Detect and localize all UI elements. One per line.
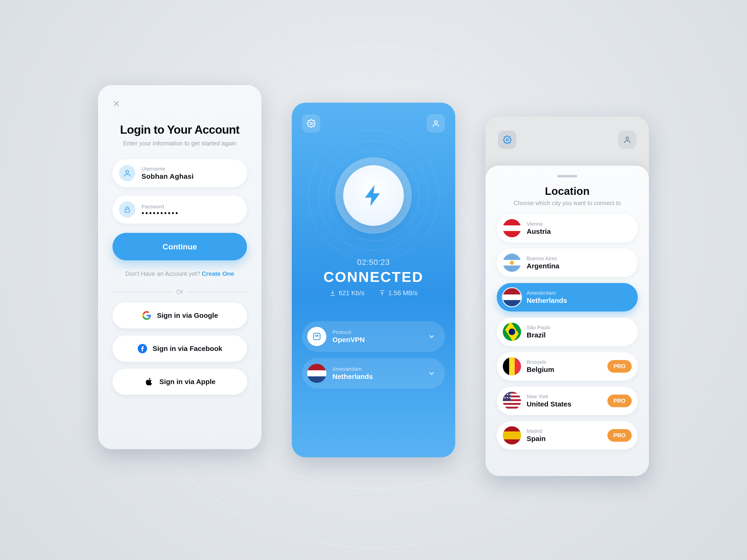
location-country: United States (526, 400, 608, 408)
chevron-down-icon (428, 369, 436, 377)
location-city: Amesterdam (526, 290, 632, 296)
or-divider: Or (112, 288, 247, 295)
location-item-netherlands[interactable]: AmesterdamNetherlands (497, 283, 638, 312)
continue-label: Continue (162, 242, 197, 251)
signin-apple-label: Sign in via Apple (159, 378, 216, 386)
location-city: Amesterdam (332, 366, 428, 372)
protocol-label: Protocol (332, 329, 428, 335)
brazil-flag-icon (503, 323, 521, 341)
signin-google-button[interactable]: Sign in via Google (112, 302, 247, 328)
upload-value: 1.56 MB/s (388, 289, 418, 297)
location-city: São Paulo (526, 325, 632, 331)
location-country: Argentina (526, 262, 632, 270)
protocol-value: OpenVPN (332, 336, 428, 344)
download-icon (329, 290, 336, 296)
protocol-icon (307, 327, 326, 346)
settings-icon[interactable] (498, 131, 516, 149)
location-city: Vienna (526, 221, 632, 227)
login-subtitle: Enter your information to get started ag… (112, 140, 247, 147)
netherlands-flag-icon (307, 364, 326, 383)
location-city: New York (526, 394, 608, 400)
belgium-flag-icon (503, 357, 521, 375)
password-field[interactable]: Password ●●●●●●●●●● (112, 195, 247, 223)
location-country: Netherlands (332, 373, 428, 380)
username-value: Sobhan Aghasi (141, 172, 194, 180)
pro-badge: PRO (608, 395, 632, 407)
pro-badge: PRO (608, 429, 632, 442)
location-item-usa[interactable]: New YorkUnited StatesPRO (497, 386, 638, 415)
location-item-brazil[interactable]: São PauloBrazil (497, 318, 638, 346)
or-label: Or (177, 288, 183, 295)
location-country: Spain (526, 435, 608, 443)
location-list: ViennaAustriaBuenos AiresArgentinaAmeste… (497, 214, 638, 450)
location-country: Belgium (526, 366, 608, 374)
location-city: Buenos Aires (526, 256, 632, 262)
password-value: ●●●●●●●●●● (141, 210, 179, 216)
location-selector[interactable]: Amesterdam Netherlands (302, 358, 445, 389)
austria-flag-icon (503, 219, 521, 237)
signin-apple-button[interactable]: Sign in via Apple (112, 369, 247, 395)
svg-point-0 (126, 170, 129, 173)
settings-icon[interactable] (302, 114, 320, 133)
upload-speed: 1.56 MB/s (379, 289, 418, 297)
continue-button[interactable]: Continue (112, 233, 247, 260)
location-country: Netherlands (526, 297, 632, 304)
location-item-austria[interactable]: ViennaAustria (497, 214, 638, 242)
username-label: Username (141, 166, 194, 172)
location-item-belgium[interactable]: BrusselsBelgiumPRO (497, 352, 638, 380)
signup-prefix: Don't Have an Account yet? (125, 270, 202, 277)
svg-rect-1 (125, 209, 130, 212)
location-item-argentina[interactable]: Buenos AiresArgentina (497, 248, 638, 277)
protocol-selector[interactable]: Protocol OpenVPN (302, 321, 445, 352)
location-title: Location (497, 185, 638, 197)
close-icon[interactable] (112, 100, 122, 109)
password-label: Password (141, 204, 179, 210)
download-speed: 621 Kb/s (329, 289, 365, 297)
signin-facebook-label: Sign in via Facebook (153, 345, 222, 352)
person-icon (119, 165, 135, 181)
chevron-down-icon (428, 332, 436, 341)
argentina-flag-icon (503, 254, 521, 272)
pro-badge: PRO (608, 360, 632, 373)
location-country: Austria (526, 228, 632, 235)
location-city: Brussels (526, 359, 608, 365)
signup-line: Don't Have an Account yet? Create One (112, 270, 247, 277)
svg-point-6 (506, 139, 509, 141)
speed-row: 621 Kb/s 1.56 MB/s (302, 289, 445, 297)
google-icon (141, 310, 152, 321)
lock-icon (119, 202, 135, 218)
location-screen: Location Choose which city you want to c… (486, 117, 649, 476)
location-country: Brazil (526, 331, 632, 339)
location-sheet: Location Choose which city you want to c… (486, 166, 649, 476)
svg-point-4 (434, 121, 437, 124)
signin-facebook-button[interactable]: Sign in via Facebook (112, 336, 247, 362)
login-title: Login to Your Account (112, 123, 247, 136)
usa-flag-icon (503, 392, 521, 410)
create-one-link[interactable]: Create One (202, 270, 234, 277)
location-city: Madrid (526, 428, 608, 434)
apple-icon (144, 377, 154, 387)
download-value: 621 Kb/s (339, 289, 365, 297)
upload-icon (379, 290, 385, 296)
connection-dial[interactable] (302, 135, 445, 256)
connected-screen: 02:50:23 CONNECTED 621 Kb/s 1.56 MB/s Pr… (292, 103, 455, 457)
facebook-icon (137, 344, 148, 354)
sheet-grabber[interactable] (557, 175, 577, 177)
profile-icon[interactable] (618, 131, 636, 149)
netherlands-flag-icon (503, 288, 521, 306)
username-field[interactable]: Username Sobhan Aghasi (112, 159, 247, 187)
location-item-spain[interactable]: MadridSpainPRO (497, 421, 638, 450)
spain-flag-icon (503, 426, 521, 445)
signin-google-label: Sign in via Google (157, 312, 218, 319)
svg-point-3 (310, 122, 312, 125)
profile-icon[interactable] (427, 114, 445, 133)
connection-status: CONNECTED (302, 269, 445, 285)
svg-point-7 (626, 137, 629, 140)
bolt-icon (361, 183, 386, 208)
login-screen: Login to Your Account Enter your informa… (98, 85, 261, 449)
location-subtitle: Choose which city you want to connect to (497, 200, 638, 207)
